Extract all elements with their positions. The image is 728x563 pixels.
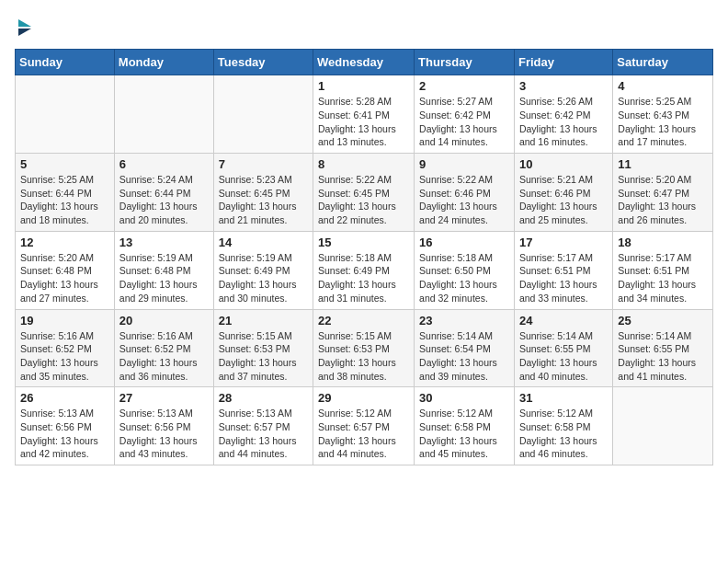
calendar-cell: 21Sunrise: 5:15 AMSunset: 6:53 PMDayligh… bbox=[213, 309, 313, 387]
calendar-cell bbox=[114, 75, 213, 154]
calendar: SundayMondayTuesdayWednesdayThursdayFrid… bbox=[15, 49, 713, 465]
calendar-week-4: 19Sunrise: 5:16 AMSunset: 6:52 PMDayligh… bbox=[16, 309, 713, 387]
day-info: Sunrise: 5:26 AMSunset: 6:42 PMDaylight:… bbox=[519, 95, 608, 149]
day-info: Sunrise: 5:15 AMSunset: 6:53 PMDaylight:… bbox=[318, 329, 409, 384]
calendar-cell: 24Sunrise: 5:14 AMSunset: 6:55 PMDayligh… bbox=[514, 309, 612, 387]
calendar-week-2: 5Sunrise: 5:25 AMSunset: 6:44 PMDaylight… bbox=[16, 154, 713, 232]
calendar-cell: 16Sunrise: 5:18 AMSunset: 6:50 PMDayligh… bbox=[415, 231, 515, 309]
calendar-cell: 29Sunrise: 5:12 AMSunset: 6:57 PMDayligh… bbox=[313, 387, 415, 465]
day-number: 23 bbox=[419, 314, 509, 327]
day-number: 28 bbox=[219, 391, 308, 405]
day-number: 13 bbox=[119, 236, 209, 249]
calendar-cell: 26Sunrise: 5:13 AMSunset: 6:56 PMDayligh… bbox=[16, 387, 115, 465]
calendar-cell: 14Sunrise: 5:19 AMSunset: 6:49 PMDayligh… bbox=[213, 231, 313, 309]
day-number: 5 bbox=[20, 157, 109, 171]
day-number: 11 bbox=[618, 157, 708, 171]
day-number: 3 bbox=[519, 79, 608, 93]
day-number: 17 bbox=[519, 236, 608, 249]
day-info: Sunrise: 5:28 AMSunset: 6:41 PMDaylight:… bbox=[318, 95, 409, 149]
calendar-cell: 20Sunrise: 5:16 AMSunset: 6:52 PMDayligh… bbox=[114, 309, 213, 387]
day-number: 18 bbox=[618, 236, 708, 249]
day-number: 30 bbox=[419, 391, 509, 405]
day-number: 26 bbox=[20, 391, 109, 405]
calendar-cell: 13Sunrise: 5:19 AMSunset: 6:48 PMDayligh… bbox=[114, 231, 213, 309]
calendar-cell: 2Sunrise: 5:27 AMSunset: 6:42 PMDaylight… bbox=[415, 75, 515, 154]
calendar-header-thursday: Thursday bbox=[415, 50, 515, 75]
day-info: Sunrise: 5:20 AMSunset: 6:48 PMDaylight:… bbox=[20, 251, 109, 305]
day-info: Sunrise: 5:14 AMSunset: 6:55 PMDaylight:… bbox=[618, 329, 708, 384]
day-number: 4 bbox=[618, 79, 708, 93]
day-info: Sunrise: 5:13 AMSunset: 6:57 PMDaylight:… bbox=[219, 407, 308, 461]
day-info: Sunrise: 5:17 AMSunset: 6:51 PMDaylight:… bbox=[618, 251, 708, 305]
logo-arrow-top bbox=[18, 19, 31, 27]
day-info: Sunrise: 5:19 AMSunset: 6:48 PMDaylight:… bbox=[119, 251, 209, 305]
calendar-cell: 27Sunrise: 5:13 AMSunset: 6:56 PMDayligh… bbox=[114, 387, 213, 465]
day-info: Sunrise: 5:12 AMSunset: 6:58 PMDaylight:… bbox=[419, 407, 509, 461]
day-number: 24 bbox=[519, 314, 608, 327]
calendar-header-sunday: Sunday bbox=[16, 50, 115, 75]
calendar-cell: 23Sunrise: 5:14 AMSunset: 6:54 PMDayligh… bbox=[415, 309, 515, 387]
calendar-cell bbox=[16, 75, 115, 154]
calendar-cell bbox=[613, 387, 713, 465]
day-number: 29 bbox=[318, 391, 409, 405]
day-info: Sunrise: 5:18 AMSunset: 6:50 PMDaylight:… bbox=[419, 251, 509, 305]
day-number: 12 bbox=[20, 236, 109, 249]
calendar-cell: 8Sunrise: 5:22 AMSunset: 6:45 PMDaylight… bbox=[313, 154, 415, 232]
calendar-header-tuesday: Tuesday bbox=[213, 50, 313, 75]
calendar-cell: 12Sunrise: 5:20 AMSunset: 6:48 PMDayligh… bbox=[16, 231, 115, 309]
calendar-cell: 28Sunrise: 5:13 AMSunset: 6:57 PMDayligh… bbox=[213, 387, 313, 465]
day-info: Sunrise: 5:17 AMSunset: 6:51 PMDaylight:… bbox=[519, 251, 608, 305]
day-info: Sunrise: 5:12 AMSunset: 6:58 PMDaylight:… bbox=[519, 407, 608, 461]
day-info: Sunrise: 5:15 AMSunset: 6:53 PMDaylight:… bbox=[219, 329, 308, 384]
day-number: 21 bbox=[219, 314, 308, 327]
day-number: 20 bbox=[119, 314, 209, 327]
calendar-cell: 11Sunrise: 5:20 AMSunset: 6:47 PMDayligh… bbox=[613, 154, 713, 232]
day-number: 25 bbox=[618, 314, 708, 327]
calendar-cell: 17Sunrise: 5:17 AMSunset: 6:51 PMDayligh… bbox=[514, 231, 612, 309]
day-number: 19 bbox=[20, 314, 109, 327]
day-info: Sunrise: 5:14 AMSunset: 6:55 PMDaylight:… bbox=[519, 329, 608, 384]
day-info: Sunrise: 5:20 AMSunset: 6:47 PMDaylight:… bbox=[618, 173, 708, 227]
logo-text-block bbox=[15, 15, 31, 38]
day-info: Sunrise: 5:14 AMSunset: 6:54 PMDaylight:… bbox=[419, 329, 509, 384]
calendar-cell: 19Sunrise: 5:16 AMSunset: 6:52 PMDayligh… bbox=[16, 309, 115, 387]
day-info: Sunrise: 5:13 AMSunset: 6:56 PMDaylight:… bbox=[20, 407, 109, 461]
day-number: 6 bbox=[119, 157, 209, 171]
calendar-header-monday: Monday bbox=[114, 50, 213, 75]
calendar-header-row: SundayMondayTuesdayWednesdayThursdayFrid… bbox=[16, 50, 713, 75]
day-number: 14 bbox=[219, 236, 308, 249]
calendar-cell: 22Sunrise: 5:15 AMSunset: 6:53 PMDayligh… bbox=[313, 309, 415, 387]
calendar-cell: 3Sunrise: 5:26 AMSunset: 6:42 PMDaylight… bbox=[514, 75, 612, 154]
day-info: Sunrise: 5:13 AMSunset: 6:56 PMDaylight:… bbox=[119, 407, 209, 461]
day-info: Sunrise: 5:16 AMSunset: 6:52 PMDaylight:… bbox=[20, 329, 109, 384]
day-info: Sunrise: 5:23 AMSunset: 6:45 PMDaylight:… bbox=[219, 173, 308, 227]
calendar-week-1: 1Sunrise: 5:28 AMSunset: 6:41 PMDaylight… bbox=[16, 75, 713, 154]
logo-arrow-bottom bbox=[18, 29, 31, 36]
day-info: Sunrise: 5:24 AMSunset: 6:44 PMDaylight:… bbox=[119, 173, 209, 227]
day-info: Sunrise: 5:27 AMSunset: 6:42 PMDaylight:… bbox=[419, 95, 509, 149]
calendar-cell: 30Sunrise: 5:12 AMSunset: 6:58 PMDayligh… bbox=[415, 387, 515, 465]
day-info: Sunrise: 5:22 AMSunset: 6:46 PMDaylight:… bbox=[419, 173, 509, 227]
day-number: 16 bbox=[419, 236, 509, 249]
calendar-header-friday: Friday bbox=[514, 50, 612, 75]
calendar-cell: 25Sunrise: 5:14 AMSunset: 6:55 PMDayligh… bbox=[613, 309, 713, 387]
calendar-cell: 7Sunrise: 5:23 AMSunset: 6:45 PMDaylight… bbox=[213, 154, 313, 232]
calendar-cell bbox=[213, 75, 313, 154]
header bbox=[15, 15, 713, 38]
day-number: 8 bbox=[318, 157, 409, 171]
calendar-week-5: 26Sunrise: 5:13 AMSunset: 6:56 PMDayligh… bbox=[16, 387, 713, 465]
day-number: 27 bbox=[119, 391, 209, 405]
calendar-cell: 10Sunrise: 5:21 AMSunset: 6:46 PMDayligh… bbox=[514, 154, 612, 232]
day-number: 2 bbox=[419, 79, 509, 93]
logo bbox=[15, 15, 31, 38]
calendar-cell: 18Sunrise: 5:17 AMSunset: 6:51 PMDayligh… bbox=[613, 231, 713, 309]
calendar-cell: 9Sunrise: 5:22 AMSunset: 6:46 PMDaylight… bbox=[415, 154, 515, 232]
calendar-cell: 15Sunrise: 5:18 AMSunset: 6:49 PMDayligh… bbox=[313, 231, 415, 309]
day-info: Sunrise: 5:25 AMSunset: 6:44 PMDaylight:… bbox=[20, 173, 109, 227]
day-number: 9 bbox=[419, 157, 509, 171]
calendar-cell: 4Sunrise: 5:25 AMSunset: 6:43 PMDaylight… bbox=[613, 75, 713, 154]
day-info: Sunrise: 5:16 AMSunset: 6:52 PMDaylight:… bbox=[119, 329, 209, 384]
day-number: 10 bbox=[519, 157, 608, 171]
calendar-header-wednesday: Wednesday bbox=[313, 50, 415, 75]
day-info: Sunrise: 5:12 AMSunset: 6:57 PMDaylight:… bbox=[318, 407, 409, 461]
